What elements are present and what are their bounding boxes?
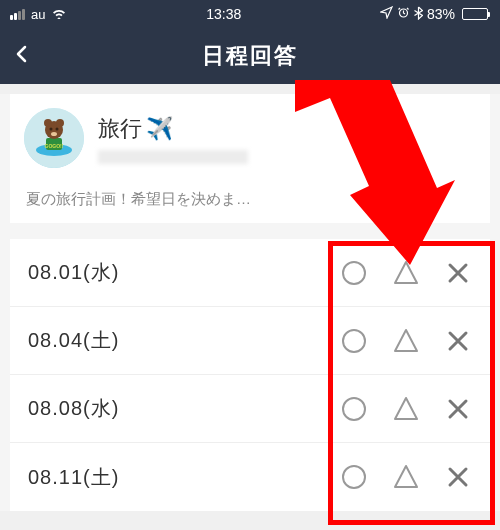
svg-point-7 [50,128,53,131]
svg-point-5 [44,119,52,127]
svg-point-14 [343,466,365,488]
vote-options [340,259,472,287]
date-row: 08.11(土) [10,443,490,511]
event-title-text: 旅行 [98,114,142,144]
svg-point-13 [343,398,365,420]
date-row: 08.04(土) [10,307,490,375]
bluetooth-icon [414,6,423,23]
blurred-text [98,150,248,164]
vote-yes-button[interactable] [340,327,368,355]
wifi-icon [51,6,67,22]
date-label: 08.11(土) [28,464,119,491]
vote-yes-button[interactable] [340,259,368,287]
signal-icon [10,9,25,20]
status-left: au [10,6,67,22]
vote-no-button[interactable] [444,395,472,423]
airplane-icon: ✈️ [146,116,173,142]
vote-maybe-button[interactable] [392,259,420,287]
date-row: 08.08(水) [10,375,490,443]
nav-bar: 日程回答 [0,28,500,84]
location-icon [380,6,393,22]
date-row: 08.01(水) [10,239,490,307]
status-right: 83% [380,6,490,23]
date-label: 08.01(水) [28,259,119,286]
battery-label: 83% [427,6,455,22]
event-description: 夏の旅行計画！希望日を決めま… [10,182,490,223]
vote-maybe-button[interactable] [392,395,420,423]
vote-no-button[interactable] [444,259,472,287]
date-label: 08.04(土) [28,327,119,354]
date-label: 08.08(水) [28,395,119,422]
vote-options [340,395,472,423]
avatar: GOGO!! [24,108,84,168]
vote-yes-button[interactable] [340,395,368,423]
status-time: 13:38 [206,6,241,22]
svg-point-12 [343,330,365,352]
vote-options [340,463,472,491]
svg-point-11 [343,262,365,284]
event-card: GOGO!! 旅行 ✈️ 夏の旅行計画！希望日を決めま… [10,94,490,223]
svg-point-8 [56,128,59,131]
vote-maybe-button[interactable] [392,463,420,491]
date-list: 08.01(水) 08.04(土) 08.08(水) 08 [10,239,490,511]
vote-no-button[interactable] [444,327,472,355]
vote-no-button[interactable] [444,463,472,491]
event-title: 旅行 ✈️ [98,114,248,144]
vote-options [340,327,472,355]
alarm-icon [397,6,410,22]
status-bar: au 13:38 83% [0,0,500,28]
vote-yes-button[interactable] [340,463,368,491]
carrier-label: au [31,7,45,22]
content: GOGO!! 旅行 ✈️ 夏の旅行計画！希望日を決めま… 08.01(水) 0 [0,94,500,511]
battery-icon [459,8,490,20]
back-button[interactable] [12,42,32,70]
svg-point-6 [56,119,64,127]
event-header: GOGO!! 旅行 ✈️ [10,94,490,182]
page-title: 日程回答 [0,41,500,71]
svg-text:GOGO!!: GOGO!! [45,143,64,149]
vote-maybe-button[interactable] [392,327,420,355]
svg-point-9 [51,132,57,136]
